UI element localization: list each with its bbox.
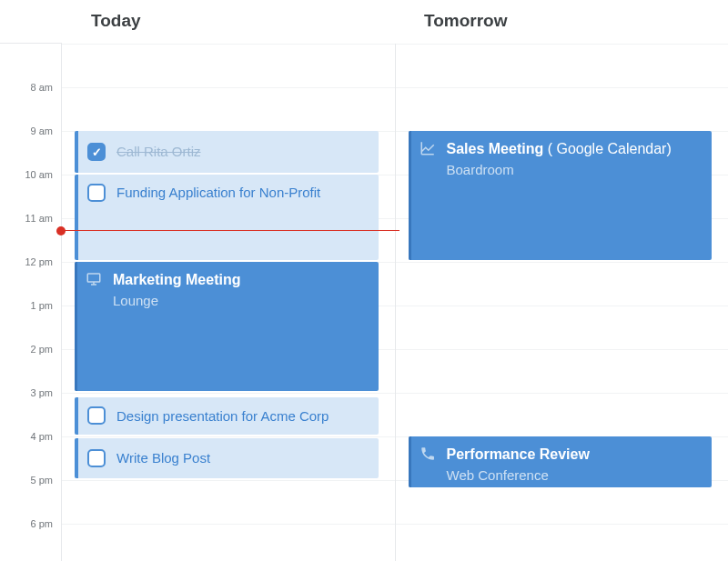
event-location: Web Conference [447,466,702,485]
event-title: Marketing Meeting [113,271,368,290]
event-title: Sales Meeting ( Google Calendar) [447,140,702,159]
task-checkbox[interactable] [87,184,106,202]
hour-label: 4 pm [31,431,53,442]
event-location: Lounge [113,292,368,310]
meeting-event[interactable]: Performance Review Web Conference [409,436,713,487]
task-title: Funding Application for Non-Profit [116,184,320,202]
event-stripe [75,397,78,435]
task-checkbox[interactable] [87,143,106,161]
task-checkbox[interactable] [87,406,106,425]
task-checkbox[interactable] [87,449,106,467]
event-stripe [409,131,411,260]
meeting-event[interactable]: Marketing Meeting Lounge [75,262,379,391]
task-event[interactable]: Write Blog Post [75,438,379,478]
task-title: Design presentation for Acme Corp [116,407,329,426]
hour-label: 3 pm [31,387,53,398]
task-event[interactable]: Design presentation for Acme Corp [75,397,379,435]
chart-icon [420,140,436,156]
task-title: Call Rita Ortiz [116,143,201,161]
hour-label: 9 am [31,125,53,136]
hour-label: 6 pm [31,518,53,529]
event-stripe [75,131,78,173]
time-gutter: 8 am9 am10 am11 am12 pm1 pm2 pm3 pm4 pm5… [0,44,62,561]
hour-label: 5 pm [31,475,53,486]
presentation-icon [86,271,102,287]
task-event[interactable]: Funding Application for Non-Profit [75,175,379,260]
calendar: Today Tomorrow 8 am9 am10 am11 am12 pm1 … [0,0,728,561]
phone-icon [420,446,436,462]
event-stripe [75,438,78,478]
meeting-event[interactable]: Sales Meeting ( Google Calendar)Boardroo… [409,131,713,260]
time-gutter-header [0,0,62,44]
hour-label: 10 am [25,169,53,180]
day-headers: Today Tomorrow [0,0,728,44]
hour-label: 8 am [31,82,53,93]
event-stripe [409,436,411,487]
event-title: Performance Review [447,446,702,465]
event-location: Boardroom [447,161,702,179]
hour-label: 1 pm [31,300,53,311]
hour-label: 2 pm [31,344,53,355]
hour-label: 12 pm [25,256,53,267]
event-stripe [75,175,78,260]
calendar-grid: 8 am9 am10 am11 am12 pm1 pm2 pm3 pm4 pm5… [0,44,728,561]
event-source: ( Google Calendar) [548,141,672,156]
day-column-today[interactable]: Call Rita OrtizFunding Application for N… [62,44,396,561]
day-column-tomorrow[interactable]: Sales Meeting ( Google Calendar)Boardroo… [396,44,729,561]
svg-rect-0 [87,274,100,282]
day-header-tomorrow: Tomorrow [395,0,728,44]
day-header-today: Today [62,0,395,44]
event-stripe [75,262,77,391]
task-title: Write Blog Post [116,449,210,467]
hour-label: 11 am [25,213,53,224]
task-event[interactable]: Call Rita Ortiz [75,131,379,173]
